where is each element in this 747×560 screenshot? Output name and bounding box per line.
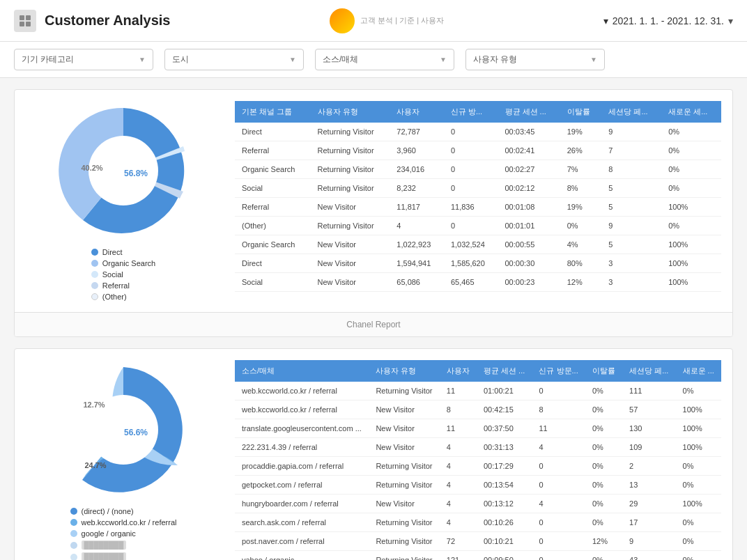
col-avg-session: 평균 세션 ... [498,101,560,123]
filter-device-category[interactable]: 기기 카테고리 ▼ [14,49,153,70]
channel-pie-chart: 56.8% 40.2% [54,101,193,240]
col-pages-session-m: 세션당 페... [622,360,675,382]
filter-city-arrow: ▼ [289,56,296,63]
media-chart-area: 56.6% 24.7% 12.7% (direct) / (none) web.… [26,360,221,560]
media-legend: (direct) / (none) web.kccworld.co.kr / r… [70,507,177,560]
table-row: Organic SearchNew Visitor1,022,9231,032,… [235,235,721,254]
media-table-area: 소스/매체 사용자 유형 사용자 평균 세션 ... 신규 방문... 이탈률 … [235,360,721,560]
table-row: hungryboarder.com / referralNew Visitor4… [235,495,721,513]
channel-table-header: 기본 채널 그룹 사용자 유형 사용자 신규 방... 평균 세션 ... 이탈… [235,101,721,123]
table-row: ReferralReturning Visitor3,960000:02:412… [235,141,721,160]
col-avg-session-m: 평균 세션 ... [477,360,532,382]
col-pages-session: 세션당 페... [601,101,661,123]
col-bounce: 이탈률 [560,101,602,123]
filter-source-arrow: ▼ [440,56,447,63]
legend-dot-referral [91,282,98,289]
app-header: Customer Analysis 고객 분석 | 기준 | 사용자 ▾ 202… [0,0,747,42]
col-channel-group: 기본 채널 그룹 [235,101,311,123]
table-row: ReferralNew Visitor11,81711,83600:01:081… [235,198,721,217]
media-report-body: 56.6% 24.7% 12.7% (direct) / (none) web.… [15,349,732,560]
brand-logo [330,8,355,33]
channel-table: 기본 채널 그룹 사용자 유형 사용자 신규 방... 평균 세션 ... 이탈… [235,101,721,292]
legend-dot-organic [91,260,98,267]
channel-table-body: DirectReturning Visitor72,787000:03:4519… [235,123,721,292]
svg-text:12.7%: 12.7% [83,400,105,409]
legend-item-referral: Referral [91,281,155,290]
table-row: web.kccworld.co.kr / referralNew Visitor… [235,400,721,419]
svg-rect-3 [26,22,31,26]
legend-item-organic: Organic Search [91,259,155,267]
legend-item-direct: Direct [91,248,155,256]
date-arrow-right[interactable]: ▾ [728,15,733,26]
filter-user-type[interactable]: 사용자 유형 ▼ [465,49,605,70]
header-center: 고객 분석 | 기준 | 사용자 [330,8,444,33]
channel-report-footer: Chanel Report [15,312,732,336]
media-table: 소스/매체 사용자 유형 사용자 평균 세션 ... 신규 방문... 이탈률 … [235,360,721,560]
legend-item-social: Social [91,270,155,279]
channel-pie-container: 56.8% 40.2% [54,101,193,242]
filter-source-medium[interactable]: 소스/매체 ▼ [315,49,454,70]
col-new-session-m: 새로운 ... [676,360,721,382]
media-legend-dot-b2 [70,554,77,561]
table-row: DirectReturning Visitor72,787000:03:4519… [235,123,721,141]
filter-usertype-arrow: ▼ [590,56,597,63]
table-row: search.ask.com / referralReturning Visit… [235,513,721,532]
table-row: post.naver.com / referralReturning Visit… [235,532,721,551]
filter-device-arrow: ▼ [139,56,146,63]
table-row: 222.231.4.39 / referralNew Visitor400:31… [235,438,721,457]
channel-legend: Direct Organic Search Social Referral [91,248,155,301]
col-users-m: 사용자 [440,360,477,382]
table-row: SocialReturning Visitor8,232000:02:128%5… [235,179,721,198]
media-report-section: 56.6% 24.7% 12.7% (direct) / (none) web.… [14,348,733,560]
svg-rect-0 [20,15,24,20]
table-row: (Other)Returning Visitor4000:01:010%90% [235,217,721,235]
col-source-medium: 소스/매체 [235,360,369,382]
table-row: getpocket.com / referralReturning Visito… [235,476,721,495]
brand-text: 고객 분석 | 기준 | 사용자 [360,15,444,26]
legend-dot-social [91,271,98,278]
filter-city[interactable]: 도시 ▼ [164,49,304,70]
svg-text:40.2%: 40.2% [81,164,102,172]
table-row: yahoo / organicReturning Visitor12100:09… [235,551,721,561]
media-legend-dot-google [70,530,77,537]
channel-report-body: 56.8% 40.2% Direct Organic Search [15,90,732,312]
svg-text:56.8%: 56.8% [124,169,148,178]
svg-rect-1 [26,15,31,20]
media-pie-chart: 56.6% 24.7% 12.7% [54,360,193,499]
table-row: procaddie.gapia.com / referralReturning … [235,457,721,476]
svg-rect-2 [20,22,24,26]
app-icon [14,10,36,32]
media-table-header: 소스/매체 사용자 유형 사용자 평균 세션 ... 신규 방문... 이탈률 … [235,360,721,382]
app-title: Customer Analysis [45,13,170,29]
media-pie-container: 56.6% 24.7% 12.7% [54,360,193,501]
table-row: DirectNew Visitor1,594,9411,585,62000:00… [235,254,721,273]
channel-chart-area: 56.8% 40.2% Direct Organic Search [26,101,221,301]
col-user-type: 사용자 유형 [311,101,390,123]
col-new-visits: 신규 방... [444,101,498,123]
filter-bar: 기기 카테고리 ▼ 도시 ▼ 소스/매체 ▼ 사용자 유형 ▼ [0,42,747,78]
main-content: 56.8% 40.2% Direct Organic Search [0,78,747,560]
table-row: web.kccworld.co.kr / referralReturning V… [235,382,721,400]
table-row: translate.googleusercontent.com ...New V… [235,419,721,438]
table-row: SocialNew Visitor65,08665,46500:00:2312%… [235,273,721,292]
col-user-type-m: 사용자 유형 [369,360,439,382]
svg-text:24.7%: 24.7% [84,461,106,469]
media-legend-dot-web [70,519,77,526]
col-new-visits-m: 신규 방문... [532,360,585,382]
date-arrow-left[interactable]: ▾ [603,15,608,26]
date-range[interactable]: ▾ 2021. 1. 1. - 2021. 12. 31. ▾ [603,15,733,26]
media-legend-dot-b1 [70,542,77,549]
date-text: 2021. 1. 1. - 2021. 12. 31. [613,15,724,26]
table-row: Organic SearchReturning Visitor234,01600… [235,160,721,179]
media-legend-dot-direct [70,508,77,515]
legend-item-other: (Other) [91,293,155,301]
channel-report-section: 56.8% 40.2% Direct Organic Search [14,89,733,337]
svg-text:56.6%: 56.6% [124,428,148,437]
col-bounce-m: 이탈률 [585,360,622,382]
title-section: Customer Analysis [14,10,170,32]
legend-dot-direct [91,249,98,256]
channel-table-area: 기본 채널 그룹 사용자 유형 사용자 신규 방... 평균 세션 ... 이탈… [235,101,721,301]
col-new-session: 새로운 세... [661,101,721,123]
legend-dot-other [91,293,98,300]
media-table-body: web.kccworld.co.kr / referralReturning V… [235,382,721,560]
